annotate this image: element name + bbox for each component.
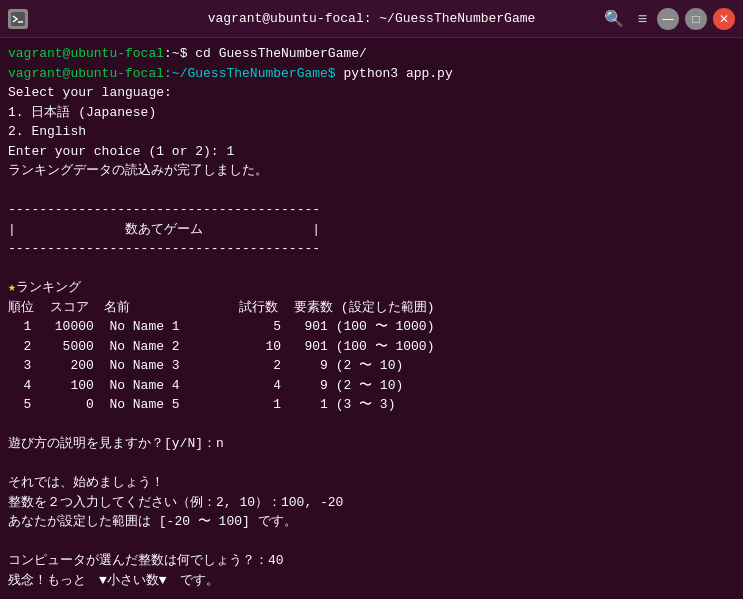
terminal-line-1: vagrant@ubuntu-focal:~$ cd GuessTheNumbe… — [8, 44, 735, 64]
terminal: vagrant@ubuntu-focal:~$ cd GuessTheNumbe… — [0, 38, 743, 599]
minimize-button[interactable]: — — [657, 8, 679, 30]
terminal-line-9: ---------------------------------------- — [8, 200, 735, 220]
terminal-line-28: 残念！もっと ▼小さい数▼ です。 — [8, 571, 735, 591]
terminal-line-11: ---------------------------------------- — [8, 239, 735, 259]
terminal-line-13: ★ランキング — [8, 278, 735, 298]
terminal-line-20 — [8, 415, 735, 435]
search-button[interactable]: 🔍 — [600, 9, 628, 28]
terminal-line-16: 2 5000 No Name 2 10 901 (100 〜 1000) — [8, 337, 735, 357]
prompt-user-2: vagrant@ubuntu-focal — [8, 66, 164, 81]
cmd-1: cd GuessTheNumberGame/ — [187, 46, 366, 61]
terminal-line-27: コンピュータが選んだ整数は何でしょう？：40 — [8, 551, 735, 571]
terminal-line-12 — [8, 259, 735, 279]
menu-button[interactable]: ≡ — [634, 10, 651, 28]
cmd-2: python3 app.py — [336, 66, 453, 81]
terminal-line-15: 1 10000 No Name 1 5 901 (100 〜 1000) — [8, 317, 735, 337]
terminal-line-25: あなたが設定した範囲は [-20 〜 100] です。 — [8, 512, 735, 532]
maximize-button[interactable]: □ — [685, 8, 707, 30]
prompt-path-1: :~$ — [164, 46, 187, 61]
prompt-user-1: vagrant@ubuntu-focal — [8, 46, 164, 61]
title-bar-controls: 🔍 ≡ — □ ✕ — [600, 8, 735, 30]
terminal-icon — [8, 9, 28, 29]
terminal-line-23: それでは、始めましょう！ — [8, 473, 735, 493]
terminal-line-19: 5 0 No Name 5 1 1 (3 〜 3) — [8, 395, 735, 415]
terminal-line-24: 整数を２つ入力してください（例：2, 10）：100, -20 — [8, 493, 735, 513]
terminal-line-3: Select your language: — [8, 83, 735, 103]
terminal-line-4: 1. 日本語 (Japanese) — [8, 103, 735, 123]
terminal-line-2: vagrant@ubuntu-focal:~/GuessTheNumberGam… — [8, 64, 735, 84]
terminal-line-21: 遊び方の説明を見ますか？[y/N]：n — [8, 434, 735, 454]
terminal-line-8 — [8, 181, 735, 201]
terminal-line-7: ランキングデータの読込みが完了しました。 — [8, 161, 735, 181]
terminal-line-6: Enter your choice (1 or 2): 1 — [8, 142, 735, 162]
terminal-line-26 — [8, 532, 735, 552]
title-bar-left — [8, 9, 28, 29]
terminal-line-18: 4 100 No Name 4 4 9 (2 〜 10) — [8, 376, 735, 396]
terminal-line-17: 3 200 No Name 3 2 9 (2 〜 10) — [8, 356, 735, 376]
close-button[interactable]: ✕ — [713, 8, 735, 30]
window-title: vagrant@ubuntu-focal: ~/GuessTheNumberGa… — [208, 11, 536, 26]
title-bar: vagrant@ubuntu-focal: ~/GuessTheNumberGa… — [0, 0, 743, 38]
prompt-path-2: :~/GuessTheNumberGame$ — [164, 66, 336, 81]
terminal-line-22 — [8, 454, 735, 474]
terminal-line-5: 2. English — [8, 122, 735, 142]
terminal-line-14: 順位 スコア 名前 試行数 要素数 (設定した範囲) — [8, 298, 735, 318]
terminal-line-29 — [8, 590, 735, 599]
terminal-line-10: | 数あてゲーム | — [8, 220, 735, 240]
